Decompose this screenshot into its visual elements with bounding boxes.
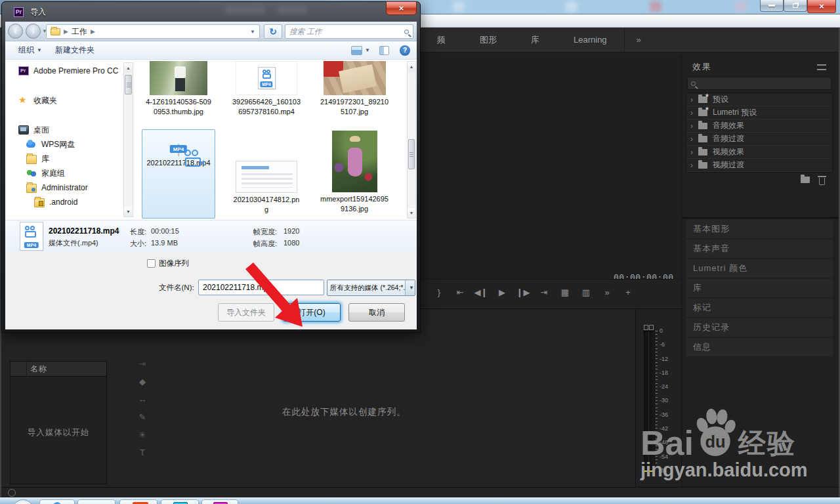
file-item[interactable]: 20210304174812.png: [230, 129, 303, 219]
transport-button[interactable]: ▦: [558, 287, 572, 297]
chevron-right-icon[interactable]: ›: [690, 108, 693, 117]
close-button[interactable]: ×: [807, 0, 836, 13]
new-folder-button[interactable]: 新建文件夹: [55, 45, 94, 56]
scrollbar-thumb[interactable]: [125, 75, 132, 94]
details-framewidth-label: 帧宽度:: [253, 227, 277, 237]
tool-button[interactable]: T: [140, 448, 145, 457]
taskbar-button[interactable]: [77, 499, 116, 504]
sidebar-item[interactable]: 桌面: [9, 123, 122, 137]
tool-button[interactable]: ⇥: [139, 360, 146, 369]
collapsed-panel-tab[interactable]: 基本图形: [686, 220, 833, 238]
transport-button[interactable]: ▶: [495, 287, 509, 297]
panel-menu-icon[interactable]: [817, 64, 826, 70]
sidebar-item[interactable]: 家庭组: [9, 166, 122, 180]
effects-folder-row[interactable]: › 视频过渡: [686, 159, 832, 172]
dropdown-arrow-icon[interactable]: ▼: [405, 280, 415, 295]
dialog-close-button[interactable]: ×: [386, 1, 417, 15]
file-item[interactable]: mmexport1591426959136.jpg: [318, 129, 391, 219]
organize-menu[interactable]: 组织: [18, 45, 34, 56]
transport-button[interactable]: ⇥: [537, 287, 551, 297]
breadcrumb-arrow-icon[interactable]: ▶: [91, 28, 95, 35]
scroll-up-icon[interactable]: ▲: [408, 62, 415, 72]
file-item[interactable]: 4-1Z619140536-5090953.thumb.jpg: [142, 61, 215, 128]
scroll-up-icon[interactable]: ▲: [124, 63, 133, 73]
file-item[interactable]: MP4 3929656426_1601036957378160.mp4: [230, 61, 303, 128]
search-box[interactable]: 搜索 工作: [285, 24, 413, 39]
sidebar-item[interactable]: 库: [9, 152, 122, 166]
transport-button[interactable]: +: [621, 287, 635, 297]
scrollbar-thumb[interactable]: [408, 139, 415, 169]
chevron-right-icon[interactable]: ›: [690, 95, 693, 104]
file-type-filter-dropdown[interactable]: 所有支持的媒体 (*.264;*.3G2;* ▼: [327, 280, 415, 296]
restore-button[interactable]: [784, 0, 807, 12]
organize-dropdown-icon[interactable]: ▼: [37, 47, 42, 53]
chevron-right-icon[interactable]: ›: [690, 161, 693, 170]
transport-button[interactable]: ◀❙: [474, 287, 488, 297]
sidebar-item[interactable]: 收藏夹: [9, 93, 122, 108]
taskbar-button[interactable]: [161, 499, 199, 504]
forward-button[interactable]: ›: [26, 24, 41, 39]
transport-button[interactable]: ⇤: [453, 287, 467, 297]
sidebar-item[interactable]: WPS网盘: [9, 137, 122, 152]
start-button[interactable]: [12, 499, 34, 504]
chevron-right-icon[interactable]: ›: [690, 135, 693, 144]
transport-button[interactable]: ❙▶: [516, 287, 530, 297]
preview-pane-icon[interactable]: [379, 46, 389, 55]
breadcrumb-arrow-icon[interactable]: ▶: [64, 28, 68, 35]
workspace-tab[interactable]: Learning: [556, 28, 624, 52]
tool-button[interactable]: ◆: [139, 377, 146, 387]
transport-button[interactable]: »: [600, 287, 614, 297]
collapsed-panel-tab[interactable]: 基本声音: [686, 240, 833, 258]
effects-folder-row[interactable]: › 预设: [686, 93, 832, 106]
cancel-button[interactable]: 取消: [348, 303, 405, 322]
help-icon[interactable]: ?: [400, 45, 410, 56]
file-item[interactable]: MP4 202102211718.mp4: [142, 129, 215, 219]
taskbar-button[interactable]: [119, 499, 158, 504]
collapsed-panel-tab[interactable]: 信息: [686, 338, 833, 356]
tool-button[interactable]: ✳: [139, 430, 146, 440]
collapsed-panel-tab[interactable]: Lumetri 颜色: [686, 259, 833, 278]
file-list-scrollbar[interactable]: ▲ ▼: [407, 61, 416, 219]
chevron-right-icon[interactable]: ›: [690, 148, 693, 157]
address-dropdown-icon[interactable]: ▼: [250, 29, 255, 35]
sidebar-scrollbar[interactable]: ▲ ▼: [123, 62, 133, 217]
timeline-panel[interactable]: 在此处放下媒体以创建序列。: [159, 308, 635, 488]
sidebar-item[interactable]: Administrator: [9, 180, 122, 195]
chevron-right-icon[interactable]: ›: [690, 121, 693, 131]
delete-icon[interactable]: [819, 178, 825, 185]
views-dropdown-icon[interactable]: ▼: [365, 47, 370, 53]
import-dialog-titlebar[interactable]: Pr 导入 ×: [2, 2, 420, 22]
breadcrumb-folder[interactable]: 工作: [72, 26, 87, 37]
scroll-down-icon[interactable]: ▼: [124, 207, 133, 217]
taskbar-button[interactable]: [39, 499, 75, 504]
sidebar-item[interactable]: Pr Adobe Premiere Pro CC: [9, 64, 122, 78]
image-sequence-checkbox[interactable]: [147, 259, 156, 268]
tool-button[interactable]: ✎: [139, 413, 146, 422]
transport-button[interactable]: }: [432, 287, 446, 297]
new-bin-icon[interactable]: [801, 177, 810, 183]
collapsed-panel-tab[interactable]: 库: [686, 279, 833, 297]
views-icon[interactable]: [351, 46, 362, 55]
refresh-button[interactable]: ↻: [264, 24, 282, 39]
file-thumbnail: [332, 131, 377, 192]
effects-folder-row[interactable]: › 音频效果: [686, 119, 832, 133]
workspace-tab[interactable]: »: [624, 28, 653, 52]
back-button[interactable]: ‹: [8, 24, 23, 39]
file-item[interactable]: 21491972301_892105107.jpg: [318, 61, 391, 128]
scroll-down-icon[interactable]: ▼: [408, 208, 415, 218]
transport-button[interactable]: ▥: [579, 287, 593, 297]
taskbar-button[interactable]: [201, 499, 238, 504]
collapsed-panel-tab[interactable]: 标记: [686, 299, 833, 317]
tool-button[interactable]: ↔: [138, 395, 147, 404]
effects-search-input[interactable]: [687, 77, 831, 90]
minimize-button[interactable]: [760, 0, 784, 12]
effects-folder-row[interactable]: › Lumetri 预设: [686, 106, 832, 119]
effects-folder-row[interactable]: › 音频过渡: [686, 133, 832, 146]
workspace-tab[interactable]: 频: [420, 28, 463, 52]
workspace-tab[interactable]: 库: [514, 28, 556, 52]
sidebar-item[interactable]: .android: [9, 195, 122, 209]
effects-folder-row[interactable]: › 视频效果: [686, 146, 832, 159]
collapsed-panel-tab[interactable]: 历史记录: [686, 318, 833, 337]
workspace-tab[interactable]: 图形: [463, 28, 514, 52]
address-bar[interactable]: ▶ 工作 ▶ ▼: [46, 24, 260, 39]
